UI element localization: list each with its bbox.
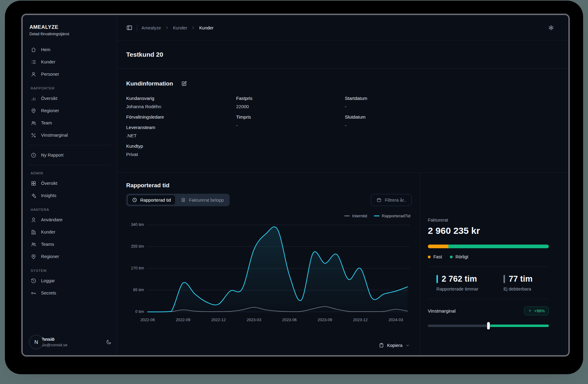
key-icon — [31, 290, 36, 296]
legend-dot — [428, 256, 431, 258]
profit-margin-badge-value: +98% — [534, 309, 545, 313]
copy-label: Kopiera — [387, 343, 402, 348]
sidebar-item-label: Regioner — [41, 108, 59, 113]
edit-icon[interactable] — [181, 81, 187, 87]
customer-info-section: Kundinformation KundansvarigJohanna Rodé… — [117, 69, 568, 173]
building-icon — [31, 229, 36, 235]
sidebar-item-teams[interactable]: Teams — [28, 238, 112, 250]
invoiced-split-bar[interactable] — [428, 245, 549, 248]
svg-text:2023-03: 2023-03 — [247, 317, 261, 322]
sidebar-user[interactable]: N Ehnsiö nsio@consid.se — [28, 334, 112, 350]
file-text-icon — [181, 197, 186, 203]
customer-info-header: Kundinformation — [126, 80, 559, 87]
info-column: KundansvarigJohanna RodéhnFörvaltningsle… — [126, 96, 236, 162]
bar-chart-icon — [31, 96, 36, 101]
app-name: AMEALYZE — [28, 24, 112, 30]
sidebar-item-regioner[interactable]: Regioner — [28, 250, 112, 263]
stat-ej-debiterbara: 77 timEj debiterbara — [503, 274, 549, 291]
sidebar-item-label: Användare — [41, 217, 62, 222]
stat-accent-bar — [436, 275, 438, 283]
sidebar-item-oversikt[interactable]: Översikt — [28, 92, 112, 105]
svg-text:2023-06: 2023-06 — [282, 317, 297, 322]
tab-rapporterad-tid[interactable]: Rapporterad tid — [127, 195, 175, 205]
sidebar-item-vinstmarginal[interactable]: Vinstmarginal — [28, 129, 112, 141]
tab-label: Rapporterad tid — [140, 198, 171, 203]
tab-fakturerat-belopp[interactable]: Fakturerat belopp — [176, 195, 228, 205]
sidebar-item-label: Insights — [41, 193, 56, 198]
copy-button[interactable]: Kopiera — [377, 340, 412, 350]
profit-margin-slider[interactable] — [428, 325, 549, 327]
sidebar-item-ny-rapport[interactable]: Ny Rapport — [28, 149, 112, 161]
profit-margin-label: Vinstmarginal — [428, 308, 456, 314]
main-content: AmealyzeKunderKunder Testkund 20 Kundinf… — [117, 15, 568, 355]
app-window: AMEALYZE Delad förvaltningstjänst HemKun… — [21, 14, 570, 356]
sidebar-item-label: Översikt — [41, 96, 57, 101]
breadcrumb-item-kunder-1[interactable]: Kunder — [173, 25, 187, 30]
field-value: 22000 — [236, 104, 345, 109]
sidebar-item-personer[interactable]: Personer — [28, 68, 112, 80]
sidebar-item-kunder[interactable]: Kunder — [28, 56, 112, 68]
chart-svg: 0 tim85 tim170 tim255 tim340 tim2022-062… — [126, 220, 412, 323]
bottom-split: Rapporterad tid Rapporterad tidFakturera… — [117, 173, 568, 355]
field-label: Timpris — [236, 114, 345, 120]
sidebar-item-oversikt[interactable]: Översikt — [28, 177, 112, 189]
info-field-slutdatum: Slutdatum- — [345, 114, 455, 128]
sidebar-group-label: HANTERA — [31, 208, 109, 211]
user-round-icon — [31, 217, 36, 223]
sidebar-item-label: Kunder — [41, 230, 55, 234]
moon-icon[interactable] — [106, 339, 112, 345]
sidebar-item-hem[interactable]: Hem — [28, 44, 112, 56]
svg-text:2022-09: 2022-09 — [176, 317, 190, 322]
hours-stats: 2 762 timRapporterade timmar77 timEj deb… — [428, 274, 549, 291]
sidebar-group-label: SYSTEM — [31, 269, 109, 272]
bar-legend-item-fast: Fast — [428, 254, 442, 259]
svg-text:2023-12: 2023-12 — [353, 317, 368, 322]
field-label: Kundtyp — [126, 143, 236, 149]
fixed-share-bar — [428, 245, 448, 248]
time-chart: 0 tim85 tim170 tim255 tim340 tim2022-062… — [126, 220, 412, 323]
svg-text:170 tim: 170 tim — [131, 266, 144, 270]
sidebar-item-secrets[interactable]: Secrets — [28, 287, 112, 299]
filter-year-button[interactable]: Filtrera år.. — [371, 194, 412, 206]
sidebar-item-kunder[interactable]: Kunder — [28, 226, 112, 238]
field-label: Förvaltningsledare — [126, 114, 236, 120]
sidebar-item-regioner[interactable]: Regioner — [28, 105, 112, 117]
arrow-up-icon — [528, 309, 532, 313]
sidebar-divider — [29, 145, 111, 145]
stat-value: 77 tim — [503, 274, 549, 284]
field-label: Fastpris — [236, 96, 345, 101]
info-field-forvaltningsledare: Förvaltningsledare — [126, 114, 236, 120]
field-value: - — [345, 104, 455, 109]
stat-label: Rapporterade timmar — [436, 287, 503, 291]
info-column: Fastpris22000Timpris- — [236, 96, 345, 162]
sidebar-item-loggar[interactable]: Loggar — [28, 275, 112, 287]
topbar-separator — [137, 25, 137, 31]
field-label: Startdatum — [345, 96, 455, 101]
sidebar-toggle-icon[interactable] — [126, 25, 133, 31]
app-subtitle: Delad förvaltningstjänst — [28, 32, 112, 36]
bar-legend-item-rorligt: Rörligt — [450, 254, 468, 259]
avatar[interactable]: N — [29, 335, 43, 349]
divider — [428, 299, 549, 299]
sidebar-item-anvandare[interactable]: Användare — [28, 214, 112, 226]
sidebar-item-label: Loggar — [41, 278, 55, 283]
info-field-kundtyp: KundtypPrivat — [126, 143, 236, 157]
breadcrumb-item-amealyze-0[interactable]: Amealyze — [141, 25, 161, 30]
app-logo: AMEALYZE Delad förvaltningstjänst — [28, 24, 112, 36]
sidebar-item-label: Kunder — [41, 59, 55, 64]
sparkles-icon — [31, 193, 36, 199]
sidebar-group-label: RAPPORTER — [31, 86, 109, 90]
snowflake-icon[interactable] — [548, 25, 554, 31]
slider-handle[interactable] — [487, 322, 490, 329]
sidebar-item-label: Översikt — [41, 181, 57, 186]
sidebar-item-team[interactable]: Team — [28, 117, 112, 129]
sidebar-item-insights[interactable]: Insights — [28, 189, 112, 202]
legend-label: RapporteradTid — [382, 214, 410, 218]
sidebar: AMEALYZE Delad förvaltningstjänst HemKun… — [23, 15, 117, 355]
reported-time-title: Rapporterad tid — [126, 182, 412, 189]
legend-item-rapporteradtid: RapporteradTid — [374, 214, 410, 218]
sidebar-item-label: Secrets — [41, 291, 56, 295]
home-icon — [31, 47, 36, 53]
divider — [428, 267, 549, 267]
user-name: Ehnsiö — [39, 336, 67, 342]
